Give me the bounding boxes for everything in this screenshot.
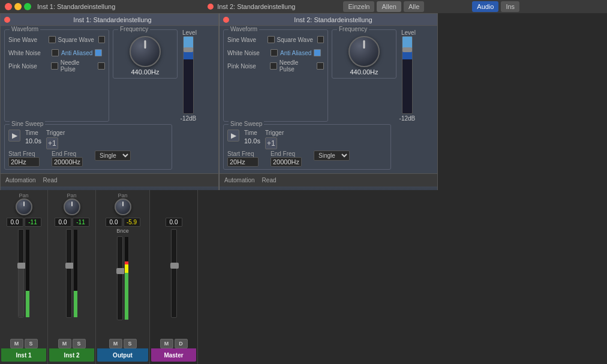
inst2-trigger-col: Trigger +1 <box>265 130 284 149</box>
inst1-mute-button[interactable]: M <box>10 339 23 348</box>
inst2-sine-checkbox[interactable] <box>268 36 274 43</box>
inst1-pan-knob[interactable] <box>16 198 32 215</box>
output-mute-button[interactable]: M <box>109 339 122 348</box>
inst1-read-btn[interactable]: Read <box>43 177 58 183</box>
inst1-sine-label: Sine Wave <box>8 37 46 43</box>
inst1-single-dropdown[interactable]: Single <box>95 151 131 161</box>
output-bnce-label: Bnce <box>116 228 129 234</box>
inst2-header: Inst 2: Standardeinstellung <box>220 14 437 26</box>
inst1-channel-name: Inst 1 <box>1 348 46 362</box>
inst2-mute-button[interactable]: M <box>58 339 71 348</box>
inst1-trigger-btn[interactable]: +1 <box>46 137 58 149</box>
inst1-pink-row: Pink Noise Needle Pulse <box>8 60 105 72</box>
inst2-trigger-label: Trigger <box>265 130 284 136</box>
inst2-fader-area <box>49 229 94 336</box>
output-db2: -5.9 <box>124 218 140 227</box>
inst2-pink-row: Pink Noise Needle Pulse <box>227 60 324 72</box>
einzeln-button[interactable]: Einzeln <box>343 1 374 12</box>
inst2-start-freq: Start Freq 20Hz <box>227 151 259 167</box>
inst2-square-checkbox[interactable] <box>317 36 324 43</box>
audio-button[interactable]: Audio <box>472 1 498 12</box>
master-ms-row: M D <box>160 339 188 348</box>
inst2-freq-level: Frequency 440.00Hz Level -12dB <box>332 29 416 122</box>
inst1-knob-container: 440.00Hz <box>130 36 161 76</box>
inst1-fader-thumb[interactable] <box>17 263 26 269</box>
allen-button[interactable]: Allen <box>377 1 401 12</box>
inst2-sweep-toggle[interactable]: ▶ <box>227 130 239 142</box>
inst2-anti-aliased-label: Anti Aliased <box>280 50 311 56</box>
inst2-close-icon[interactable] <box>208 4 214 10</box>
output-pan-knob[interactable] <box>115 198 131 215</box>
maximize-window-icon[interactable] <box>24 3 31 10</box>
inst1-solo-button[interactable]: S <box>25 339 38 348</box>
master-d-button[interactable]: D <box>175 339 188 348</box>
inst1-level-fader[interactable] <box>183 36 194 114</box>
output-channel-name: Output <box>97 348 148 362</box>
inst2-freq-knob[interactable] <box>348 36 380 67</box>
inst2-end-label: End Freq <box>271 151 302 157</box>
inst2-traffic <box>223 17 229 23</box>
output-fader-area <box>97 236 148 336</box>
inst1-sweep-toggle[interactable]: ▶ <box>8 130 20 142</box>
inst1-close-icon[interactable] <box>4 17 10 23</box>
output-fader-track[interactable] <box>117 236 123 320</box>
inst2-single-dropdown[interactable]: Single <box>314 151 350 161</box>
inst1-time-col: Time 10.0s <box>25 130 41 145</box>
inst2-fader-track[interactable] <box>66 229 72 318</box>
master-mute-button[interactable]: M <box>160 339 173 348</box>
inst1-sweep-bottom: Start Freq 20Hz End Freq 20000Hz Single <box>8 151 168 167</box>
inst2-white-label: White Noise <box>227 50 268 56</box>
inst1-fader-handle[interactable] <box>184 47 193 52</box>
top-bar: Inst 1: Standardeinstellung Inst 2: Stan… <box>0 0 607 13</box>
inst1-freq-knob[interactable] <box>130 36 161 67</box>
inst2-square-label: Square Wave <box>277 37 315 43</box>
inst1-db-row: 0.0 -11 <box>1 218 46 227</box>
inst1-pink-label: Pink Noise <box>8 63 49 70</box>
output-solo-button[interactable]: S <box>124 339 137 348</box>
inst2-solo-button[interactable]: S <box>73 339 86 348</box>
master-fader-thumb[interactable] <box>170 263 179 269</box>
output-fader-thumb[interactable] <box>116 268 125 274</box>
inst2-fader-handle[interactable] <box>402 47 412 52</box>
inst2-white-checkbox[interactable] <box>271 49 278 56</box>
inst2-start-value: 20Hz <box>227 157 259 167</box>
inst2-read-btn[interactable]: Read <box>262 177 277 183</box>
inst1-automation-btn[interactable]: Automation <box>5 177 36 183</box>
alle-button[interactable]: Alle <box>404 1 424 12</box>
inst2-fader-thumb[interactable] <box>65 263 74 269</box>
inst2-close-header-icon[interactable] <box>223 17 229 23</box>
inst2-anti-checkbox[interactable] <box>314 49 321 56</box>
inst1-needle-checkbox[interactable] <box>98 62 105 70</box>
audio-ins-buttons: Audio Ins <box>472 1 519 12</box>
master-channel-name: Master <box>151 348 196 362</box>
inst1-freq-box: Frequency 440.00Hz <box>113 29 178 79</box>
inst2-pink-checkbox[interactable] <box>270 62 277 70</box>
channel-inst1: Pan 0.0 -11 M S Inst 1 <box>0 190 48 364</box>
inst1-white-label: White Noise <box>8 50 49 56</box>
inst1-freq-label: Frequency <box>118 26 150 32</box>
ins-button[interactable]: Ins <box>501 1 519 12</box>
inst1-pink-checkbox[interactable] <box>51 62 58 70</box>
output-ms-row: M S <box>109 339 137 348</box>
inst1-white-checkbox[interactable] <box>52 49 59 56</box>
inst1-square-checkbox[interactable] <box>98 36 105 43</box>
inst2-pan-knob[interactable] <box>64 198 80 215</box>
inst1-end-freq: End Freq 20000Hz <box>52 151 83 167</box>
inst1-fader-track[interactable] <box>18 229 24 318</box>
inst2-freq-label: Frequency <box>337 26 369 32</box>
inst1-ms-row: M S <box>10 339 38 348</box>
inst2-level-fader[interactable] <box>402 36 413 114</box>
inst1-anti-checkbox[interactable] <box>95 49 102 56</box>
close-window-icon[interactable] <box>5 3 12 10</box>
inst2-automation-btn[interactable]: Automation <box>224 177 255 183</box>
inst2-needle-checkbox[interactable] <box>317 62 324 70</box>
master-fader-track[interactable] <box>171 229 177 318</box>
inst2-freq-value: 440.00Hz <box>350 68 378 76</box>
inst2-start-label: Start Freq <box>227 151 259 157</box>
inst2-trigger-btn[interactable]: +1 <box>265 137 277 149</box>
inst1-white-row: White Noise Anti Aliased <box>8 47 105 59</box>
inst1-db1: 0.0 <box>7 218 23 227</box>
output-meter <box>124 236 129 320</box>
inst1-sine-checkbox[interactable] <box>49 36 55 43</box>
minimize-window-icon[interactable] <box>14 3 22 10</box>
